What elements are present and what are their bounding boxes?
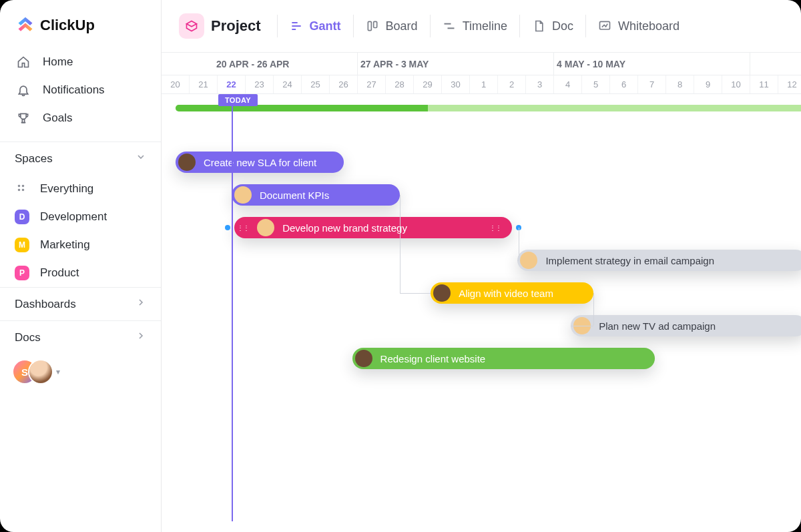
day-label: 28	[386, 75, 414, 93]
section-dashboards[interactable]: Dashboards	[0, 287, 161, 320]
timeline-week-header: 20 APR - 26 APR27 APR - 3 MAY4 MAY - 10 …	[162, 53, 801, 75]
doc-icon	[532, 19, 545, 33]
space-item-product[interactable]: P Product	[0, 259, 161, 287]
avatar	[433, 284, 451, 302]
view-tab-whiteboard[interactable]: Whiteboard	[591, 15, 686, 37]
task-bar[interactable]: ⋮⋮Develop new brand strategy⋮⋮	[234, 217, 512, 238]
nav-primary: Home Notifications Goals	[0, 47, 161, 142]
separator	[585, 15, 586, 37]
day-label: 8	[666, 75, 694, 93]
separator	[353, 15, 354, 37]
day-label: 23	[246, 75, 274, 93]
day-label: 29	[414, 75, 442, 93]
view-tab-label: Gantt	[310, 19, 341, 33]
chevron-right-icon	[136, 330, 146, 344]
avatar	[257, 219, 274, 236]
dependency-line	[593, 293, 594, 326]
dependency-handle[interactable]	[225, 225, 230, 230]
week-label: 20 APR - 26 APR	[162, 53, 358, 75]
svg-point-2	[18, 189, 20, 191]
day-label: 12	[778, 75, 801, 93]
clickup-logo-icon	[16, 16, 35, 35]
project-icon	[179, 13, 204, 39]
bell-icon	[16, 83, 31, 97]
dependency-line	[400, 293, 431, 294]
view-tab-label: Doc	[552, 19, 573, 33]
sidebar: ClickUp Home Notifications Goals	[0, 0, 162, 532]
section-title: Docs	[15, 331, 41, 344]
today-indicator	[232, 94, 233, 521]
nav-item-label: Home	[43, 55, 73, 69]
day-label: 11	[750, 75, 778, 93]
board-icon	[366, 19, 379, 33]
space-item-development[interactable]: D Development	[0, 203, 161, 231]
view-tab-label: Timeline	[463, 19, 507, 33]
task-bar[interactable]: Redesign client website	[352, 348, 655, 369]
nav-item-label: Notifications	[43, 83, 105, 97]
separator	[430, 15, 431, 37]
task-bar[interactable]: Implement strategy in email campaign	[517, 250, 801, 271]
today-chip: TODAY	[218, 94, 258, 106]
presence-bar[interactable]: S ▾	[0, 354, 161, 392]
svg-point-0	[18, 185, 20, 187]
drag-grip-icon[interactable]: ⋮⋮	[489, 224, 501, 232]
view-tab-label: Board	[386, 19, 418, 33]
timeline-icon	[443, 19, 456, 33]
avatar	[178, 154, 196, 171]
day-label: 21	[190, 75, 218, 93]
day-label: 1	[470, 75, 498, 93]
view-tab-label: Whiteboard	[618, 19, 680, 33]
space-everything[interactable]: Everything	[0, 175, 161, 203]
brand-logo[interactable]: ClickUp	[0, 0, 161, 47]
day-label: 20	[162, 75, 190, 93]
section-docs[interactable]: Docs	[0, 320, 161, 354]
space-label: Marketing	[40, 238, 90, 252]
task-label: Implement strategy in email campaign	[545, 255, 714, 266]
svg-rect-7	[368, 21, 371, 30]
view-tab-gantt[interactable]: Gantt	[283, 15, 348, 37]
space-item-marketing[interactable]: M Marketing	[0, 231, 161, 259]
day-label: 5	[582, 75, 610, 93]
home-icon	[16, 55, 31, 69]
task-label: Plan new TV ad campaign	[599, 320, 716, 332]
task-bar[interactable]: Document KPIs	[232, 184, 400, 206]
nav-item-goals[interactable]: Goals	[0, 104, 161, 132]
section-spaces[interactable]: Spaces	[0, 142, 161, 175]
drag-grip-icon[interactable]: ⋮⋮	[237, 224, 249, 232]
view-tab-doc[interactable]: Doc	[525, 15, 580, 37]
dependency-line	[517, 260, 519, 261]
separator	[519, 15, 520, 37]
day-label: 10	[722, 75, 750, 93]
day-label: 2	[498, 75, 526, 93]
topbar: Project GanttBoardTimelineDocWhiteboard	[162, 0, 801, 53]
day-label: 30	[442, 75, 470, 93]
space-badge: M	[15, 238, 29, 252]
spaces-list: D DevelopmentM MarketingP Product	[0, 203, 161, 287]
space-label: Everything	[40, 182, 93, 196]
dependency-line	[519, 228, 519, 260]
project-title: Project	[211, 17, 261, 35]
view-tab-board[interactable]: Board	[359, 15, 425, 37]
summary-progress-bar[interactable]	[176, 105, 801, 111]
day-label: 27	[358, 75, 386, 93]
day-label: 9	[694, 75, 722, 93]
svg-rect-8	[373, 21, 376, 27]
task-label: Align with video team	[459, 288, 553, 299]
gantt-icon	[290, 19, 303, 33]
view-tab-timeline[interactable]: Timeline	[436, 15, 514, 37]
nav-item-home[interactable]: Home	[0, 48, 161, 76]
app-window: ClickUp Home Notifications Goals	[0, 0, 801, 532]
gantt-body[interactable]: TODAYCreate new SLA for clientDocument K…	[162, 94, 801, 521]
day-label: 6	[610, 75, 638, 93]
task-bar[interactable]: Align with video team	[431, 282, 593, 304]
task-label: Document KPIs	[260, 190, 329, 201]
avatar	[355, 350, 372, 367]
space-badge: D	[15, 210, 29, 224]
space-label: Development	[40, 210, 107, 224]
task-bar[interactable]: Create new SLA for client	[176, 152, 344, 173]
nav-item-notifications[interactable]: Notifications	[0, 76, 161, 104]
brand-name: ClickUp	[40, 17, 95, 34]
separator	[277, 15, 278, 37]
svg-point-3	[22, 189, 24, 191]
task-bar[interactable]: Plan new TV ad campaign	[571, 315, 801, 336]
